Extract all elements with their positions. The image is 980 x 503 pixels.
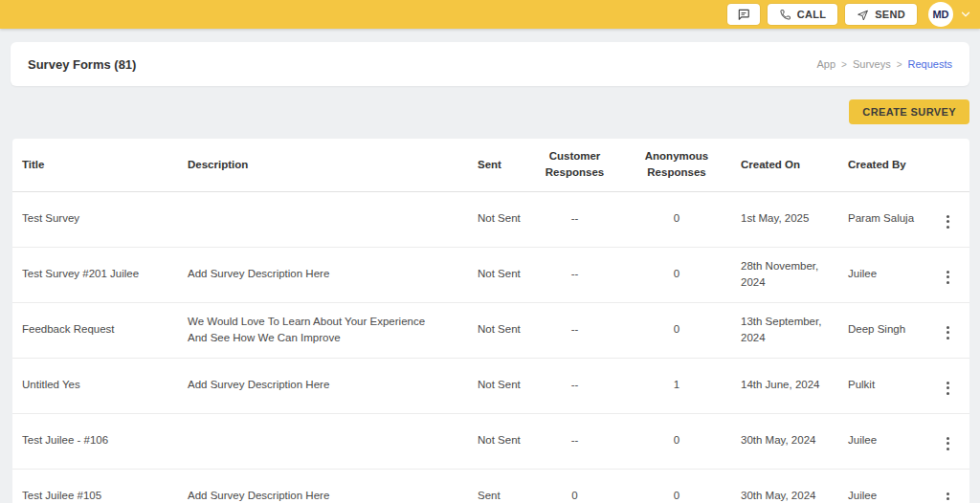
page-header: Survey Forms (81) App > Surveys > Reques… bbox=[11, 42, 969, 86]
breadcrumb-item-requests[interactable]: Requests bbox=[908, 58, 952, 70]
surveys-table-card: Title Description Sent Customer Response… bbox=[12, 139, 969, 503]
survey-description bbox=[180, 413, 470, 469]
created-on-value: 14th June, 2024 bbox=[733, 358, 840, 413]
table-row: Feedback Request We Would Love To Learn … bbox=[12, 302, 969, 358]
call-button[interactable]: CALL bbox=[768, 4, 838, 25]
chevron-down-icon[interactable] bbox=[959, 8, 972, 21]
created-by-value: Juilee bbox=[840, 413, 926, 469]
surveys-table: Title Description Sent Customer Response… bbox=[12, 139, 969, 503]
send-button[interactable]: SEND bbox=[845, 4, 917, 25]
page-title: Survey Forms (81) bbox=[28, 57, 136, 72]
survey-sent-status: Not Sent bbox=[470, 358, 529, 413]
created-by-value: Deep Singh bbox=[840, 302, 926, 358]
survey-title: Test Survey bbox=[12, 191, 180, 247]
customer-responses-value: -- bbox=[529, 358, 620, 413]
topbar: CALL SEND MD bbox=[0, 0, 980, 29]
created-on-value: 13th September, 2024 bbox=[733, 302, 840, 358]
table-row: Untitled Yes Add Survey Description Here… bbox=[12, 358, 969, 413]
survey-sent-status: Not Sent bbox=[470, 191, 529, 247]
send-button-label: SEND bbox=[875, 9, 905, 20]
breadcrumb: App > Surveys > Requests bbox=[817, 58, 953, 70]
column-header-sent: Sent bbox=[470, 139, 529, 191]
survey-description: Add Survey Description Here bbox=[180, 247, 470, 302]
survey-title: Test Survey #201 Juilee bbox=[12, 247, 180, 302]
survey-sent-status: Not Sent bbox=[470, 247, 529, 302]
create-survey-button[interactable]: CREATE SURVEY bbox=[849, 99, 969, 124]
breadcrumb-item-surveys[interactable]: Surveys bbox=[853, 58, 891, 70]
created-by-value: Juilee bbox=[840, 469, 926, 503]
customer-responses-value: 0 bbox=[529, 469, 620, 503]
column-header-customer-responses: Customer Responses bbox=[529, 139, 620, 191]
created-on-value: 30th May, 2024 bbox=[733, 469, 840, 503]
survey-sent-status: Sent bbox=[470, 469, 529, 503]
breadcrumb-separator: > bbox=[897, 59, 902, 70]
anonymous-responses-value: 0 bbox=[620, 302, 733, 358]
table-row: Test Survey #201 Juilee Add Survey Descr… bbox=[12, 247, 969, 302]
customer-responses-value: -- bbox=[529, 413, 620, 469]
kebab-menu-icon[interactable] bbox=[941, 489, 955, 503]
survey-title: Test Juilee #105 bbox=[12, 469, 180, 503]
paper-plane-icon bbox=[857, 9, 869, 21]
survey-table-body: Test Survey Not Sent -- 0 1st May, 2025 … bbox=[12, 191, 969, 503]
column-header-created-by: Created By bbox=[840, 139, 926, 191]
survey-title: Untitled Yes bbox=[12, 358, 180, 413]
kebab-menu-icon[interactable] bbox=[941, 267, 955, 288]
anonymous-responses-value: 0 bbox=[620, 413, 733, 469]
created-on-value: 28th November, 2024 bbox=[733, 247, 840, 302]
phone-icon bbox=[779, 9, 791, 21]
created-by-value: Pulkit bbox=[840, 358, 926, 413]
anonymous-responses-value: 0 bbox=[620, 191, 733, 247]
column-header-created-on: Created On bbox=[733, 139, 840, 191]
breadcrumb-separator: > bbox=[841, 59, 847, 70]
created-by-value: Param Saluja bbox=[840, 191, 926, 247]
avatar-initials: MD bbox=[932, 9, 948, 20]
avatar[interactable]: MD bbox=[928, 2, 953, 27]
kebab-menu-icon[interactable] bbox=[941, 433, 955, 454]
survey-description: We Would Love To Learn About Your Experi… bbox=[180, 302, 470, 358]
survey-description bbox=[180, 191, 470, 247]
table-header-row: Title Description Sent Customer Response… bbox=[12, 139, 969, 191]
survey-sent-status: Not Sent bbox=[470, 413, 529, 469]
survey-title: Test Juilee - #106 bbox=[12, 413, 180, 469]
table-row: Test Juilee - #106 Not Sent -- 0 30th Ma… bbox=[12, 413, 969, 469]
chat-bubble-icon bbox=[737, 8, 750, 21]
kebab-menu-icon[interactable] bbox=[941, 211, 955, 232]
survey-description: Add Survey Description Here bbox=[180, 469, 470, 503]
survey-sent-status: Not Sent bbox=[470, 302, 529, 358]
customer-responses-value: -- bbox=[529, 302, 620, 358]
survey-title: Feedback Request bbox=[12, 302, 180, 358]
created-on-value: 30th May, 2024 bbox=[733, 413, 840, 469]
column-header-description: Description bbox=[180, 139, 470, 191]
chat-button[interactable] bbox=[727, 4, 760, 25]
kebab-menu-icon[interactable] bbox=[941, 322, 955, 343]
anonymous-responses-value: 0 bbox=[620, 247, 733, 302]
table-row: Test Juilee #105 Add Survey Description … bbox=[12, 469, 969, 503]
customer-responses-value: -- bbox=[529, 191, 620, 247]
call-button-label: CALL bbox=[797, 9, 827, 20]
survey-description: Add Survey Description Here bbox=[180, 358, 470, 413]
anonymous-responses-value: 1 bbox=[620, 358, 733, 413]
created-on-value: 1st May, 2025 bbox=[733, 191, 840, 247]
column-header-anonymous-responses: Anonymous Responses bbox=[620, 139, 733, 191]
customer-responses-value: -- bbox=[529, 247, 620, 302]
column-header-actions bbox=[926, 139, 969, 191]
anonymous-responses-value: 0 bbox=[620, 469, 733, 503]
kebab-menu-icon[interactable] bbox=[941, 378, 955, 399]
breadcrumb-item-app[interactable]: App bbox=[817, 58, 836, 70]
table-row: Test Survey Not Sent -- 0 1st May, 2025 … bbox=[12, 191, 969, 247]
actions-row: CREATE SURVEY bbox=[11, 99, 969, 124]
created-by-value: Juilee bbox=[840, 247, 926, 302]
column-header-title: Title bbox=[12, 139, 180, 191]
